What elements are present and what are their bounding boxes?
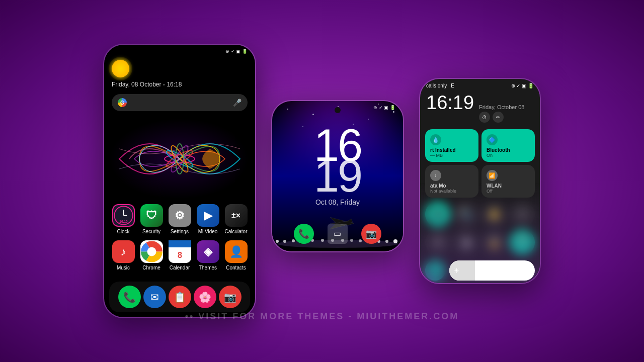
control-center-time: 16:19 [426,92,474,114]
phone2-status-icons: ⊕ ✓ ▣ 🔋 [373,105,395,110]
phone3-status-icons: ⊕ ✓ ▣ 🔋 [511,83,534,88]
calendar-icon: 8 [169,240,191,263]
lock-screen-time: 16 19 Oct 08, Friday [314,126,361,206]
phone1-status-bar: ⊕ ✓ ▣ 🔋 [104,45,255,55]
phone2-dock-home[interactable]: ▭ [328,224,348,244]
phone2-dock-phone[interactable]: 📞 [294,224,314,244]
phone3-status-bar: calls only E ⊕ ✓ ▣ 🔋 [420,79,540,89]
status-icons-text: ⊕ ✓ ▣ 🔋 [225,49,248,54]
cc-date: Friday, October 08 [479,104,524,110]
carrier-text: calls only [426,83,447,88]
carrier-info: calls only E [426,83,454,88]
phone-3: calls only E ⊕ ✓ ▣ 🔋 16:19 Friday, Octob… [419,78,541,284]
brightness-slider[interactable]: ☀ [449,260,535,281]
wifi-icon: 📶 [487,170,498,181]
wlan-title: WLAN [487,183,502,189]
mivideo-icon: ▶ [197,204,219,227]
cc-tile-cleaner[interactable]: 💧 rt Installed — MB [425,129,478,162]
phone3-controlcenter: calls only E ⊕ ✓ ▣ 🔋 16:19 Friday, Octob… [420,79,540,283]
swirl-art [109,119,250,199]
app-clock[interactable]: 16:10 Clock [110,204,137,234]
dock: 📞 ✉ 📋 🌸 📷 [109,282,250,312]
minute-display: 19 [314,157,361,196]
themes-label: Themes [199,265,217,270]
phone2-dock-camera[interactable]: 📷 [361,224,381,244]
svg-text:16:10: 16:10 [119,220,128,223]
app-mivideo[interactable]: ▶ Mi Video [194,204,222,234]
timer-icon-btn[interactable]: ⏱ [479,112,490,123]
app-security[interactable]: 🛡 Security [138,204,166,234]
search-bar[interactable]: G 🎤 [112,94,248,111]
phone3-time-row: 16:19 Friday, October 08 ⏱ ✏ [420,89,540,125]
watermark: •• VISIT FOR MORE THEMES - MIUITHEMER.CO… [185,311,459,322]
dock-camera[interactable]: 📷 [219,286,242,308]
sun-icon [112,60,129,77]
chrome-label: Chrome [142,265,160,270]
phone1-homescreen: ⊕ ✓ ▣ 🔋 Friday, 08 October ◦ 16:18 G 🎤 [104,45,255,317]
edit-buttons: ⏱ ✏ [479,112,524,123]
bluetooth-title: Bluetooth [487,147,510,153]
app-row-1: 16:10 Clock 🛡 Security ⚙ Settings [109,204,250,234]
calculator-label: Calculator [224,229,247,234]
wallpaper-art [109,119,250,199]
security-icon: 🛡 [140,204,163,227]
app-calendar[interactable]: 8 Calendar [166,240,194,270]
contacts-label: Contacts [226,265,246,270]
wlan-sub: Off [487,189,493,194]
bluetooth-sub: On [487,153,493,158]
weather-widget [104,55,255,80]
cleaner-icon: 💧 [430,134,441,145]
cc-row-1: 💧 rt Installed — MB 🔷 Bluetooth On [425,129,535,162]
calculator-icon: ±× [225,204,248,227]
svg-point-12 [147,247,156,256]
time-display: 16 19 [314,126,361,196]
data-title: ata Mo [430,183,446,189]
edit-icon-btn[interactable]: ✏ [493,112,504,123]
camera-hole [335,107,341,113]
clock-icon: 16:10 [112,204,135,227]
security-label: Security [142,229,160,234]
google-icon: G [118,98,127,107]
search-mic-icon: 🎤 [233,99,242,107]
phone3-status-icons-text: ⊕ ✓ ▣ 🔋 [511,83,534,88]
bluetooth-icon: 🔷 [487,134,498,145]
network-type: E [451,83,454,88]
cc-tile-wlan[interactable]: 📶 WLAN Off [481,165,535,198]
cleaner-title: rt Installed [430,147,456,153]
contacts-icon: 👤 [225,240,248,263]
app-grid: 16:10 Clock 🛡 Security ⚙ Settings [104,202,255,279]
phone2-nav: 📞 ▭ 📷 [272,224,403,244]
dock-phone[interactable]: 📞 [118,286,141,308]
calendar-label: Calendar [170,265,190,270]
app-row-2: ♪ Music [109,240,250,270]
svg-text:8: 8 [178,251,182,259]
app-calculator[interactable]: ±× Calculator [222,204,250,234]
dock-notes[interactable]: 📋 [169,286,191,308]
app-themes[interactable]: ◈ Themes [194,240,222,270]
svg-rect-15 [169,240,191,247]
phone3-date-edit: Friday, October 08 ⏱ ✏ [479,104,524,123]
app-settings[interactable]: ⚙ Settings [166,204,194,234]
data-icon: ↕ [430,170,441,181]
dock-flower[interactable]: 🌸 [194,286,216,308]
app-chrome[interactable]: Chrome [138,240,166,270]
dock-messages[interactable]: ✉ [143,286,166,308]
clock-label: Clock [117,229,129,234]
chrome-icon [140,240,163,263]
app-music[interactable]: ♪ Music [110,240,137,270]
phone-1: ⊕ ✓ ▣ 🔋 Friday, 08 October ◦ 16:18 G 🎤 [103,44,256,318]
data-sub: Not available [430,189,456,194]
music-icon: ♪ [112,240,135,263]
cc-tile-data[interactable]: ↕ ata Mo Not available [425,165,478,198]
brightness-sun-icon: ☀ [453,266,460,275]
phone2-lockscreen: ⊕ ✓ ▣ 🔋 16 19 Oct 08, Friday [272,101,403,251]
phone-2: ⊕ ✓ ▣ 🔋 16 19 Oct 08, Friday [271,100,404,252]
date-time-display: Friday, 08 October ◦ 16:18 [104,80,255,89]
mivideo-label: Mi Video [198,229,218,234]
app-contacts[interactable]: 👤 Contacts [222,240,250,270]
themes-icon: ◈ [197,240,219,263]
settings-label: Settings [171,229,189,234]
settings-icon: ⚙ [169,204,191,227]
cc-tile-bluetooth[interactable]: 🔷 Bluetooth On [481,129,535,162]
music-label: Music [117,265,130,270]
